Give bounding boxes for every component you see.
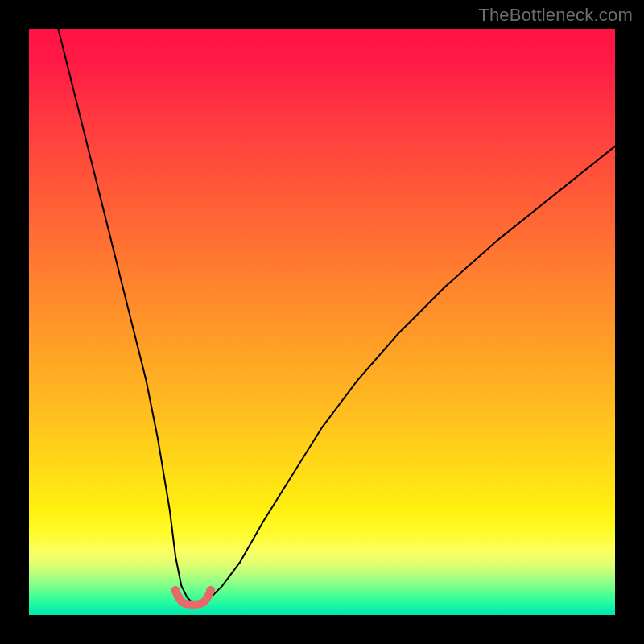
watermark-text: TheBottleneck.com: [478, 5, 633, 26]
curve-svg: [29, 29, 615, 615]
chart-frame: TheBottleneck.com: [0, 0, 644, 644]
bottleneck-curve-path: [58, 29, 615, 603]
svg-point-9: [206, 586, 215, 595]
svg-point-8: [203, 594, 210, 601]
svg-point-0: [171, 586, 180, 595]
plot-area: [29, 29, 615, 615]
highlight-dots: [171, 586, 216, 608]
